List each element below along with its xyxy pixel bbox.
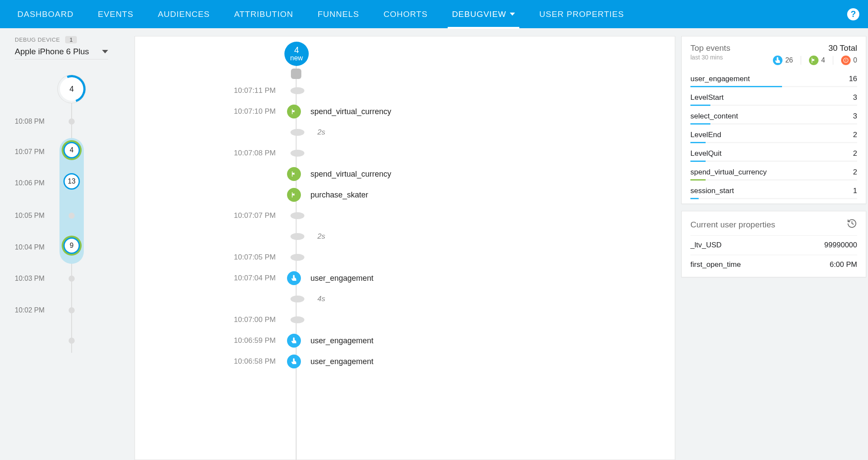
top-event-value: 3 — [853, 93, 857, 102]
seconds-timeline-card: 4 new 10:07:11 PM10:07:10 PMspend_virtua… — [135, 36, 675, 460]
minute-bubble[interactable]: 9 — [63, 237, 80, 254]
minutes-timeline[interactable]: 4 10:08 PM 10:07 PM 4 10:06 PM 13 10:05 … — [15, 75, 130, 353]
event-time: 10:07:07 PM — [135, 211, 287, 220]
tab-attribution[interactable]: ATTRIBUTION — [234, 0, 293, 28]
timeline-head-bubble[interactable]: 4 — [58, 75, 86, 103]
legend-flag: 4 — [809, 56, 825, 65]
flag-icon — [809, 56, 818, 65]
flag-icon — [287, 167, 301, 181]
event-dot — [290, 150, 304, 157]
event-row[interactable]: purchase_skater — [135, 184, 675, 206]
top-events-card: Top events last 30 mins 30 Total 26 — [681, 36, 866, 204]
tab-cohorts[interactable]: COHORTS — [383, 0, 428, 28]
top-event-name: user_engagement — [690, 75, 750, 83]
minute-label: 10:08 PM — [15, 118, 52, 125]
top-event-value: 1 — [853, 187, 857, 195]
minute-dot — [69, 307, 75, 313]
tap-icon — [287, 334, 301, 348]
minute-dot — [69, 338, 75, 344]
event-time: 10:07:05 PM — [135, 253, 287, 262]
event-time: 10:06:58 PM — [135, 357, 287, 366]
top-event-row[interactable]: LevelEnd2 — [690, 126, 857, 140]
gap-label: 2s — [317, 128, 325, 137]
event-name: user_engagement — [310, 357, 373, 366]
tab-events[interactable]: EVENTS — [98, 0, 133, 28]
minute-label: 10:03 PM — [15, 275, 52, 283]
debug-device-count: 1 — [65, 36, 77, 43]
minute-bubble[interactable]: 4 — [63, 142, 80, 158]
user-prop-value: 6:00 PM — [830, 260, 857, 269]
event-time: 10:07:10 PM — [135, 107, 287, 116]
event-row[interactable]: 10:07:10 PMspend_virtual_currency — [135, 101, 675, 122]
legend-error: 0 — [841, 56, 857, 65]
event-dot — [290, 87, 304, 94]
tab-debugview[interactable]: DEBUGVIEW — [452, 0, 515, 28]
device-selected: Apple iPhone 6 Plus — [15, 47, 89, 56]
debug-device-label: DEBUG DEVICE — [15, 36, 60, 43]
minute-bubble[interactable]: 13 — [63, 173, 80, 190]
top-event-value: 16 — [849, 75, 857, 83]
top-event-row[interactable]: spend_virtual_currency2 — [690, 164, 857, 177]
top-event-bar — [690, 86, 857, 87]
event-time: 10:07:04 PM — [135, 274, 287, 283]
event-dot — [290, 212, 304, 219]
history-icon[interactable] — [847, 218, 857, 231]
minute-label: 10:02 PM — [15, 306, 52, 314]
legend-tap: 26 — [773, 56, 793, 65]
event-time: 10:07:11 PM — [135, 86, 287, 95]
user-prop-value: 99990000 — [824, 241, 857, 250]
tab-audiences[interactable]: AUDIENCES — [158, 0, 210, 28]
top-event-row[interactable]: LevelStart3 — [690, 89, 857, 103]
minute-label: 10:06 PM — [15, 179, 52, 187]
event-name: purchase_skater — [310, 191, 368, 200]
event-row[interactable]: 2s — [135, 226, 675, 247]
tab-user-properties[interactable]: USER PROPERTIES — [539, 0, 624, 28]
event-time: 10:07:08 PM — [135, 149, 287, 158]
top-events-total: 30 Total — [773, 43, 857, 53]
tab-funnels[interactable]: FUNNELS — [318, 0, 360, 28]
device-selector[interactable]: Apple iPhone 6 Plus — [15, 43, 108, 59]
minute-label: 10:04 PM — [15, 243, 52, 251]
gap-dot — [290, 233, 304, 240]
nav-tabs: DASHBOARD EVENTS AUDIENCES ATTRIBUTION F… — [17, 0, 838, 28]
flag-icon — [287, 188, 301, 202]
user-prop-row[interactable]: first_open_time6:00 PM — [690, 255, 857, 274]
top-event-row[interactable]: user_engagement16 — [690, 70, 857, 84]
top-event-value: 3 — [853, 112, 857, 121]
top-nav: DASHBOARD EVENTS AUDIENCES ATTRIBUTION F… — [0, 0, 868, 28]
event-time: 10:07:00 PM — [135, 315, 287, 324]
gap-label: 2s — [317, 232, 325, 241]
user-prop-row[interactable]: _ltv_USD99990000 — [690, 235, 857, 255]
event-name: user_engagement — [310, 274, 373, 283]
top-event-row[interactable]: LevelQuit2 — [690, 145, 857, 159]
left-column: DEBUG DEVICE 1 Apple iPhone 6 Plus 4 10:… — [4, 36, 135, 460]
event-row[interactable]: 2s — [135, 122, 675, 143]
chevron-down-icon — [510, 13, 515, 16]
event-row[interactable]: 10:06:59 PMuser_engagement — [135, 330, 675, 352]
top-event-bar — [690, 123, 857, 125]
top-event-row[interactable]: select_content3 — [690, 108, 857, 122]
event-row[interactable]: spend_virtual_currency — [135, 163, 675, 185]
new-events-badge[interactable]: 4 new — [284, 42, 309, 66]
tap-icon — [287, 355, 301, 368]
event-name: user_engagement — [310, 336, 373, 345]
top-event-row[interactable]: session_start1 — [690, 182, 857, 196]
help-button[interactable]: ? — [847, 8, 859, 20]
event-row[interactable]: 10:07:04 PMuser_engagement — [135, 267, 675, 289]
top-event-name: session_start — [690, 187, 734, 195]
user-properties-title: Current user properties — [690, 220, 775, 230]
top-event-bar — [690, 198, 857, 199]
top-event-name: spend_virtual_currency — [690, 168, 767, 177]
top-event-name: LevelStart — [690, 93, 724, 102]
event-name: spend_virtual_currency — [310, 107, 391, 116]
gap-dot — [290, 296, 304, 302]
top-events-subtitle: last 30 mins — [690, 54, 730, 61]
event-row[interactable]: 10:06:58 PMuser_engagement — [135, 351, 675, 372]
top-event-name: select_content — [690, 112, 738, 121]
event-name: spend_virtual_currency — [310, 170, 391, 179]
tab-dashboard[interactable]: DASHBOARD — [17, 0, 73, 28]
event-row[interactable]: 4s — [135, 288, 675, 310]
tap-icon — [287, 271, 301, 285]
event-time: 10:06:59 PM — [135, 336, 287, 345]
svg-rect-2 — [846, 61, 846, 62]
